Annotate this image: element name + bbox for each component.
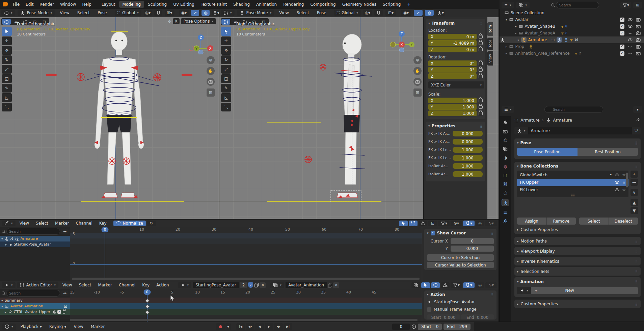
tool-select[interactable] bbox=[2, 27, 12, 36]
outliner-row-animation-area-reference[interactable]: ▸ Animation_Area_Reference ▼2 bbox=[500, 50, 644, 57]
outliner-display-mode[interactable]: ≡▾ bbox=[502, 2, 514, 8]
rotation-z-field[interactable]: Z0° bbox=[428, 73, 477, 79]
prop-slider[interactable]: 1.000 bbox=[453, 171, 483, 177]
menu-channel[interactable]: Channel bbox=[73, 221, 95, 226]
menu-marker[interactable]: Marker bbox=[96, 283, 115, 287]
menu-view[interactable]: View bbox=[57, 10, 72, 15]
tab-tool-icon[interactable] bbox=[503, 120, 508, 125]
panel-custom-properties-2[interactable]: ▸Custom Properties⣿ bbox=[514, 300, 641, 308]
menu-playback[interactable]: Playback▾ bbox=[18, 324, 45, 329]
close-pose-options-button[interactable]: X bbox=[173, 18, 180, 24]
tool-breakdowner[interactable]: ⋱ bbox=[2, 103, 12, 111]
location-z-field[interactable]: Z0 m bbox=[428, 47, 477, 52]
tab-bone-icon[interactable]: 𝌆 bbox=[504, 210, 507, 215]
pivot-dropdown[interactable]: ◎▾ bbox=[144, 10, 152, 16]
tool-select[interactable] bbox=[221, 27, 231, 36]
menu-help[interactable]: Help bbox=[79, 2, 94, 7]
expand-icon[interactable]: ▾ bbox=[1, 305, 3, 308]
unlink-action-button[interactable]: ✕ bbox=[260, 282, 266, 288]
expand-icon[interactable]: ▾ bbox=[1, 299, 3, 302]
tab-layout[interactable]: Layout bbox=[99, 2, 118, 7]
pin-icon[interactable] bbox=[8, 310, 12, 314]
tool-scale[interactable]: ⤢ bbox=[221, 65, 231, 74]
camera-visibility-icon[interactable] bbox=[636, 44, 641, 49]
action-users-count[interactable]: 2 bbox=[240, 282, 247, 288]
panel-inverse-kinematics[interactable]: ▸Inverse Kinematics⣿ bbox=[514, 257, 641, 265]
menu-keying[interactable]: Keying▾ bbox=[47, 324, 69, 329]
tool-scale[interactable]: ⤢ bbox=[2, 65, 12, 74]
move-view-icon[interactable]: ✋ bbox=[413, 67, 422, 75]
camera-view-icon[interactable] bbox=[207, 78, 215, 86]
assign-button[interactable]: Assign bbox=[517, 218, 546, 225]
panel-grip[interactable]: ⣿ bbox=[635, 280, 638, 283]
tab-rendering[interactable]: Rendering bbox=[280, 2, 306, 7]
tab-modeling[interactable]: Modeling bbox=[119, 1, 144, 8]
lock-icon[interactable] bbox=[479, 99, 483, 102]
blender-logo-icon[interactable] bbox=[3, 2, 8, 6]
scale-x-field[interactable]: X1.000 bbox=[428, 98, 477, 103]
menu-key[interactable]: Key bbox=[139, 283, 152, 287]
play-reverse-button[interactable]: ◀ bbox=[255, 323, 264, 330]
mode-dropdown[interactable]: Pose Mode▾ bbox=[237, 10, 274, 16]
tab-scene-icon[interactable]: ◑ bbox=[504, 155, 507, 160]
channel-enable-checkbox[interactable] bbox=[57, 310, 61, 314]
outliner-row-avatar[interactable]: ▾ Avatar bbox=[500, 16, 644, 23]
lock-icon[interactable] bbox=[479, 68, 483, 72]
channel-armature[interactable]: ▾ Armature bbox=[0, 236, 70, 241]
menu-channel[interactable]: Channel bbox=[116, 283, 138, 287]
action-name-field[interactable]: StartingPose_Avatar bbox=[193, 282, 239, 288]
pin-icon[interactable] bbox=[636, 118, 641, 123]
collection-checkbox[interactable] bbox=[620, 45, 624, 49]
rotation-mode-dropdown[interactable]: XYZ Euler▾ bbox=[428, 81, 484, 88]
camera-visibility-icon[interactable] bbox=[636, 37, 641, 42]
menu-marker[interactable]: Marker bbox=[52, 221, 72, 226]
collection-checkbox[interactable] bbox=[620, 31, 624, 35]
slot-dropdown[interactable]: ▾ bbox=[270, 282, 284, 288]
selected-only-box-icon[interactable] bbox=[409, 221, 418, 226]
proportional-edit-icon[interactable]: ◎ bbox=[476, 282, 484, 288]
editor-type-properties[interactable]: ☰▾ bbox=[502, 106, 514, 113]
editor-type-timeline[interactable]: ▾ bbox=[2, 324, 16, 330]
easing-dropdown[interactable]: ∿▾ bbox=[485, 221, 497, 226]
xray-toggle[interactable]: ▾ bbox=[212, 10, 219, 16]
zoom-icon[interactable]: ⊕ bbox=[413, 56, 422, 64]
ortho-toggle-icon[interactable]: ⊞ bbox=[207, 88, 215, 97]
fake-user-shield-button[interactable]: ✓ bbox=[248, 282, 253, 288]
outliner-row-scene-collection[interactable]: Scene Collection bbox=[500, 9, 644, 16]
tab-scripting[interactable]: Scripting bbox=[380, 2, 403, 7]
tab-item[interactable]: Item bbox=[487, 22, 493, 36]
orientation-dropdown[interactable]: ⛶Global▾ bbox=[115, 10, 141, 16]
overlays-toggle[interactable]: ◍ bbox=[425, 10, 434, 16]
pose-options-dropdown[interactable]: Pose Options▾ bbox=[181, 18, 216, 24]
tool-move[interactable]: ✥ bbox=[2, 46, 12, 55]
menu-select[interactable]: Select bbox=[75, 10, 92, 15]
tool-measure[interactable]: ◺ bbox=[2, 93, 12, 102]
current-frame-field[interactable]: 0 bbox=[392, 324, 410, 330]
duplicate-slot-icon[interactable] bbox=[328, 283, 332, 287]
only-selected-cursor-icon[interactable] bbox=[421, 282, 430, 288]
proportional-edit-icon[interactable]: ◎ bbox=[476, 221, 484, 226]
unlock-icon[interactable] bbox=[63, 310, 65, 314]
lock-icon[interactable] bbox=[479, 105, 483, 109]
expand-icon[interactable]: ▸ bbox=[5, 243, 7, 246]
unlink-slot-button[interactable]: ✕ bbox=[333, 282, 339, 288]
menu-render[interactable]: Render bbox=[37, 2, 57, 7]
panel-grip[interactable]: ⣿ bbox=[491, 231, 494, 235]
tab-physics-icon[interactable]: ◌ bbox=[504, 190, 507, 195]
tab-sculpting[interactable]: Sculpting bbox=[145, 2, 169, 7]
channel-avatar-animation[interactable]: ▾ Avatar_Animation ⊡ bbox=[0, 303, 70, 309]
expand-icon[interactable]: ▸ bbox=[506, 45, 507, 48]
expand-icon[interactable]: ▸ bbox=[506, 52, 507, 55]
action-type-dropdown[interactable]: ▾ bbox=[517, 287, 531, 294]
frame-start-field[interactable]: Start0 bbox=[418, 324, 442, 330]
gizmos-toggle[interactable]: ↗ bbox=[414, 10, 423, 16]
channel-ctrl-avatar-upper[interactable]: ▸ CTRL_Avatar_Upper bbox=[0, 309, 70, 315]
cursor-y-field[interactable]: 0.000 bbox=[451, 246, 494, 252]
snap-with-dropdown[interactable]: ⊞▾ bbox=[385, 10, 396, 16]
menu-select[interactable]: Select bbox=[76, 283, 94, 287]
expand-icon[interactable]: ▾ bbox=[1, 237, 3, 240]
modifier-wrench-icon[interactable] bbox=[52, 310, 56, 314]
solo-star-icon[interactable]: ☆ bbox=[622, 173, 626, 177]
prop-slider[interactable]: 1.000 bbox=[453, 155, 483, 161]
camera-visibility-icon[interactable] bbox=[636, 51, 641, 56]
